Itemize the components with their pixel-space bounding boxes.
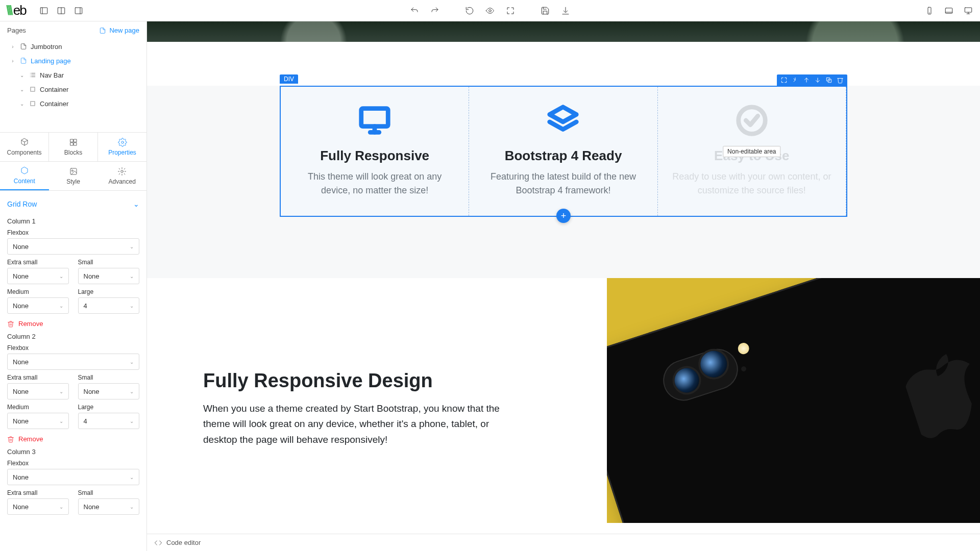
toggle-left-panel-button[interactable] [38, 5, 50, 16]
field-label: Extra small [7, 374, 69, 381]
tree-item-landing-page[interactable]: › Landing page [4, 54, 142, 68]
xs-select[interactable]: None⌄ [7, 383, 69, 399]
svg-rect-4 [75, 8, 82, 14]
caret-down-icon[interactable]: ⌄ [18, 87, 26, 92]
column-title: Column 3 [7, 448, 139, 456]
chevron-down-icon: ⌄ [59, 418, 63, 424]
flexbox-select[interactable]: None⌄ [7, 354, 139, 370]
remove-column-button[interactable]: Remove [7, 320, 139, 328]
download-button[interactable] [560, 5, 571, 16]
select-value: None [13, 302, 29, 310]
section-label: Grid Row [7, 200, 37, 208]
device-tablet-button[interactable] [943, 5, 954, 16]
tree-item-container[interactable]: ⌄ Container [4, 82, 142, 96]
fullscreen-button[interactable] [505, 5, 516, 16]
apple-logo-icon [898, 341, 980, 447]
tab-label: Style [66, 178, 80, 185]
new-page-button[interactable]: New page [99, 27, 139, 34]
svg-rect-22 [31, 102, 35, 106]
tab-components[interactable]: Components [0, 133, 49, 161]
secondary-tabs: Content Style Advanced [0, 162, 146, 191]
tab-content[interactable]: Content [0, 162, 49, 190]
section-image[interactable] [607, 278, 980, 523]
xs-select[interactable]: None⌄ [7, 268, 69, 284]
preview-button[interactable] [484, 5, 496, 16]
chevron-down-icon: ⌄ [130, 474, 134, 480]
canvas-stage: DIV Fully Responsive This theme will loo… [147, 21, 980, 551]
svg-rect-12 [965, 8, 972, 12]
field-label: Flexbox [7, 460, 139, 467]
expand-tool-button[interactable] [779, 75, 789, 85]
xs-select[interactable]: None⌄ [7, 498, 69, 515]
tree-item-navbar[interactable]: ⌄ Nav Bar [4, 68, 142, 82]
flexbox-select[interactable]: None⌄ [7, 469, 139, 485]
sm-select[interactable]: None⌄ [78, 383, 140, 399]
select-parent-button[interactable] [790, 75, 800, 85]
tab-blocks[interactable]: Blocks [49, 133, 98, 161]
svg-rect-36 [361, 109, 388, 127]
selection-tag[interactable]: DIV [280, 74, 298, 84]
sidebar: Pages New page › Jumbotron › Landing pag… [0, 21, 147, 551]
feature-cell-bootstrap[interactable]: Bootstrap 4 Ready Featuring the latest b… [469, 87, 657, 216]
tree-item-container[interactable]: ⌄ Container [4, 96, 142, 111]
select-value: None [13, 272, 29, 280]
toggle-right-panel-button[interactable] [73, 5, 84, 16]
remove-column-button[interactable]: Remove [7, 435, 139, 443]
box-icon [29, 99, 37, 108]
tab-advanced[interactable]: Advanced [97, 162, 146, 190]
section-heading: Fully Responsive Design [203, 370, 576, 392]
hero-image-strip [147, 21, 980, 42]
pages-header: Pages [7, 27, 26, 34]
canvas-grid-row[interactable]: Fully Responsive This theme will look gr… [280, 86, 847, 217]
field-label: Small [78, 489, 140, 496]
toggle-center-panel-button[interactable] [56, 5, 67, 16]
refresh-button[interactable] [464, 5, 475, 16]
field-label: Medium [7, 288, 69, 295]
lg-select[interactable]: 4⌄ [78, 413, 140, 429]
field-label: Flexbox [7, 229, 139, 236]
page-icon [19, 42, 28, 51]
select-value: None [13, 358, 29, 366]
select-value: None [13, 417, 29, 425]
caret-down-icon[interactable]: ⌄ [18, 101, 26, 107]
md-select[interactable]: None⌄ [7, 413, 69, 429]
tab-label: Content [14, 178, 35, 185]
undo-button[interactable] [409, 5, 420, 16]
code-editor-toggle[interactable]: Code editor [147, 534, 980, 551]
copy-button[interactable] [824, 75, 834, 85]
svg-rect-24 [74, 139, 76, 142]
svg-point-29 [71, 170, 73, 171]
feature-text: This theme will look great on any device… [294, 170, 455, 197]
feature-title: Fully Responsive [294, 148, 455, 164]
section-copy[interactable]: Fully Responsive Design When you use a t… [147, 278, 607, 523]
device-desktop-button[interactable] [963, 5, 974, 16]
flexbox-select[interactable]: None⌄ [7, 238, 139, 255]
sm-select[interactable]: None⌄ [78, 268, 140, 284]
caret-right-icon[interactable]: › [9, 44, 16, 49]
move-up-button[interactable] [801, 75, 812, 85]
tab-style[interactable]: Style [49, 162, 98, 190]
lg-select[interactable]: 4⌄ [78, 297, 140, 314]
caret-right-icon[interactable]: › [9, 58, 16, 64]
svg-point-30 [121, 170, 124, 173]
properties-panel: Grid Row ⌄ Column 1 Flexbox None⌄ Extra … [0, 191, 146, 551]
move-down-button[interactable] [813, 75, 823, 85]
svg-marker-39 [550, 107, 577, 122]
feature-cell-responsive[interactable]: Fully Responsive This theme will look gr… [281, 87, 469, 216]
select-value: None [13, 243, 29, 251]
tab-properties[interactable]: Properties [98, 133, 146, 161]
tree-item-jumbotron[interactable]: › Jumbotron [4, 39, 142, 54]
device-mobile-button[interactable] [924, 5, 935, 16]
redo-button[interactable] [429, 5, 440, 16]
save-button[interactable] [540, 5, 551, 16]
section-grid-row[interactable]: Grid Row ⌄ [7, 196, 139, 212]
tree-item-label: Container [40, 86, 68, 93]
logo-slashes-icon: \\\ [6, 3, 11, 18]
sm-select[interactable]: None⌄ [78, 498, 140, 515]
delete-button[interactable] [835, 75, 845, 85]
column-title: Column 1 [7, 217, 139, 225]
tree-item-label: Jumbotron [31, 43, 62, 51]
md-select[interactable]: None⌄ [7, 297, 69, 314]
add-element-button[interactable]: + [556, 209, 571, 223]
caret-down-icon[interactable]: ⌄ [18, 72, 26, 78]
